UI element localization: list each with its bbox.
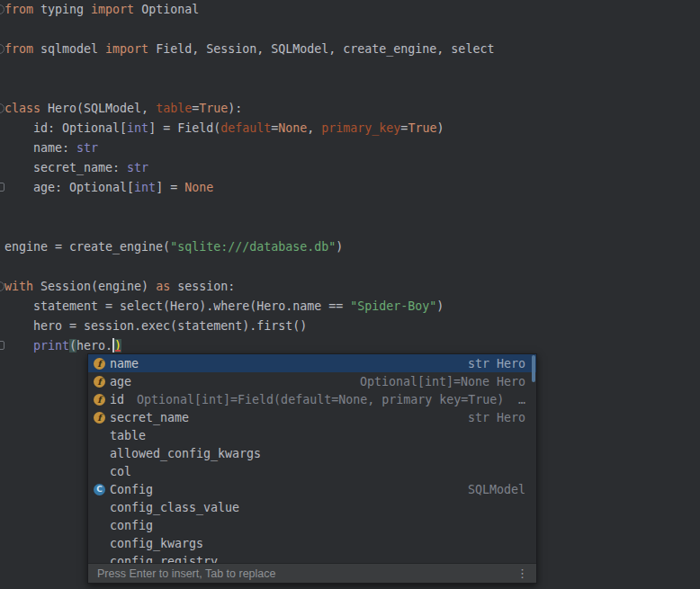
field-icon: f <box>94 394 105 406</box>
completion-type-hint: … <box>511 393 525 406</box>
popup-scrollbar-thumb[interactable] <box>532 355 535 382</box>
class-icon: C <box>94 484 105 495</box>
code-line: secret_name: str <box>0 158 700 178</box>
code-token: None <box>184 181 213 194</box>
code-token: typing <box>33 3 91 16</box>
code-token: str <box>127 161 148 174</box>
code-token: sqlmodel <box>33 42 105 56</box>
code-token: Optional <box>134 3 199 16</box>
completion-label: name <box>110 357 139 370</box>
completion-label: table <box>110 429 146 442</box>
code-line: engine = create_engine("sqlite:///databa… <box>0 237 700 257</box>
code-token: "sqlite:///database.db" <box>170 240 336 254</box>
completion-label: age <box>110 375 131 388</box>
code-token: default <box>220 121 271 135</box>
code-token: int <box>127 121 148 135</box>
code-line: age: Optional[int] = None <box>0 178 700 198</box>
code-token: statement = select(Hero).where(Hero.name… <box>4 299 350 313</box>
gutter-square-icon <box>0 183 4 192</box>
more-options-icon[interactable]: ⋮ <box>516 567 528 579</box>
code-line: name: str <box>0 138 700 158</box>
code-token: engine = create_engine( <box>4 240 170 254</box>
code-token: session: <box>170 280 235 293</box>
completion-type-hint: str Hero <box>461 411 525 424</box>
code-token <box>4 339 33 353</box>
code-lines: from typing import Optionalfrom sqlmodel… <box>0 0 700 356</box>
completion-type-hint: Optional[int]=None Hero <box>353 375 525 388</box>
code-token: import <box>105 42 148 56</box>
completion-label: id <box>110 393 124 406</box>
code-token: ): <box>228 102 242 115</box>
code-token: str <box>76 141 98 155</box>
completion-item-config_registry[interactable]: config_registry <box>88 552 536 563</box>
code-token: hero = session.exec(statement).first() <box>4 319 307 333</box>
completion-item-age[interactable]: fageOptional[int]=None Hero <box>88 372 536 390</box>
code-token: ) <box>436 299 444 313</box>
completion-item-secret_name[interactable]: fsecret_namestr Hero <box>88 408 536 426</box>
code-line: id: Optional[int] = Field(default=None, … <box>0 119 700 138</box>
code-token: ] = <box>156 181 184 194</box>
code-line: hero = session.exec(statement).first() <box>0 317 700 336</box>
code-token: print <box>33 339 69 353</box>
completion-item-allowed_config_kwargs[interactable]: allowed_config_kwargs <box>88 444 536 462</box>
code-token: name: <box>4 141 76 155</box>
code-token: ) <box>114 339 121 353</box>
completion-list: fnamestr HerofageOptional[int]=None Hero… <box>88 354 536 563</box>
completion-item-name[interactable]: fnamestr Hero <box>88 354 536 372</box>
field-icon: f <box>94 412 105 424</box>
code-token: from <box>4 42 33 56</box>
code-token: ) <box>336 240 343 254</box>
code-token: int <box>134 181 156 194</box>
code-token: secret_name: <box>4 161 127 174</box>
completion-item-config_kwargs[interactable]: config_kwargs <box>88 534 536 552</box>
completion-hint: Press Enter to insert, Tab to replace <box>97 567 275 580</box>
code-token: Hero(SQLModel, <box>40 102 156 115</box>
code-line: with Session(engine) as session: <box>0 277 700 297</box>
completion-item-config[interactable]: config <box>88 516 536 534</box>
completion-signature: Optional[int]=Field(default=None, primar… <box>137 393 504 406</box>
code-token: Session(engine) <box>33 280 156 293</box>
code-token: primary_key <box>321 121 400 135</box>
completion-label: col <box>110 465 131 478</box>
code-token: import <box>91 3 134 16</box>
code-token: table <box>156 102 192 115</box>
code-line <box>0 79 700 99</box>
completion-popup: fnamestr HerofageOptional[int]=None Hero… <box>87 353 537 584</box>
completion-item-id[interactable]: fidOptional[int]=Field(default=None, pri… <box>88 390 536 408</box>
completion-label: config_class_value <box>110 501 239 514</box>
code-token: ( <box>69 339 76 353</box>
completion-item-table[interactable]: table <box>88 426 536 444</box>
code-token: id: Optional[ <box>4 121 127 135</box>
completion-footer: Press Enter to insert, Tab to replace ⋮ <box>88 563 536 583</box>
code-token: hero. <box>76 339 112 353</box>
code-line: from typing import Optional <box>0 0 700 20</box>
code-line <box>0 198 700 218</box>
gutter-square-icon <box>0 341 4 350</box>
code-token: True <box>408 121 436 135</box>
completion-label: secret_name <box>110 411 189 424</box>
code-token: class <box>4 102 40 115</box>
code-token: as <box>156 280 170 293</box>
completion-label: config_registry <box>110 555 218 564</box>
field-icon: f <box>94 358 105 370</box>
code-token: with <box>4 280 33 293</box>
code-line: statement = select(Hero).where(Hero.name… <box>0 297 700 317</box>
completion-type-hint: SQLModel <box>461 483 525 496</box>
completion-label: config_kwargs <box>110 537 203 550</box>
completion-item-Config[interactable]: CConfigSQLModel <box>88 480 536 498</box>
code-line: from sqlmodel import Field, Session, SQL… <box>0 40 700 59</box>
code-line <box>0 20 700 40</box>
completion-label: Config <box>110 483 153 496</box>
field-icon: f <box>94 376 105 388</box>
completion-item-config_class_value[interactable]: config_class_value <box>88 498 536 516</box>
code-token: True <box>199 102 228 115</box>
code-token: = <box>192 102 199 115</box>
completion-label: allowed_config_kwargs <box>110 447 261 460</box>
code-line: class Hero(SQLModel, table=True): <box>0 99 700 119</box>
code-token: ] = Field( <box>148 121 220 135</box>
code-line <box>0 218 700 237</box>
completion-item-col[interactable]: col <box>88 462 536 480</box>
completion-type-hint: str Hero <box>461 357 525 370</box>
code-token: ) <box>436 121 444 135</box>
completion-label: config <box>110 519 153 532</box>
